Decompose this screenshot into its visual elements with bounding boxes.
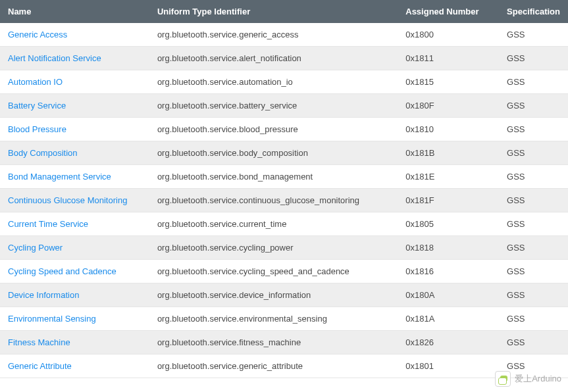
service-name-link[interactable]: Battery Service <box>8 101 66 110</box>
cell-uti: org.bluetooth.service.device_information <box>149 283 398 307</box>
cell-assigned-number: 0x1818 <box>398 236 499 260</box>
table-row: Cycling Speed and Cadenceorg.bluetooth.s… <box>0 260 568 283</box>
cell-assigned-number: 0x1816 <box>398 260 499 283</box>
service-name-link[interactable]: Device Information <box>8 290 79 300</box>
service-name-link[interactable]: Fitness Machine <box>8 337 70 347</box>
table-row: Generic Attributeorg.bluetooth.service.g… <box>0 355 568 378</box>
service-name-link[interactable]: Blood Pressure <box>8 124 66 134</box>
cell-uti: org.bluetooth.service.fitness_machine <box>149 331 398 355</box>
table-row: Battery Serviceorg.bluetooth.service.bat… <box>0 94 568 118</box>
table-row: Blood Pressureorg.bluetooth.service.bloo… <box>0 118 568 141</box>
cell-specification: GSS <box>499 70 568 94</box>
table-row: Automation IOorg.bluetooth.service.autom… <box>0 70 568 94</box>
cell-specification: GSS <box>499 94 568 118</box>
cell-uti: org.bluetooth.service.continuous_glucose… <box>149 189 398 212</box>
cell-specification: GSS <box>499 355 568 378</box>
cell-uti: org.bluetooth.service.bond_management <box>149 165 398 189</box>
cell-uti: org.bluetooth.service.environmental_sens… <box>149 307 398 331</box>
cell-uti: org.bluetooth.service.generic_access <box>149 23 398 47</box>
service-name-link[interactable]: Environmental Sensing <box>8 314 96 324</box>
cell-assigned-number: 0x1811 <box>398 47 499 70</box>
cell-specification: GSS <box>499 260 568 283</box>
service-name-link[interactable]: Cycling Speed and Cadence <box>8 266 116 276</box>
cell-uti: org.bluetooth.service.current_time <box>149 212 398 236</box>
cell-assigned-number: 0x180A <box>398 283 499 307</box>
cell-specification: GSS <box>499 212 568 236</box>
services-table: Name Uniform Type Identifier Assigned Nu… <box>0 0 568 378</box>
cell-assigned-number: 0x181B <box>398 141 499 165</box>
cell-specification: GSS <box>499 23 568 47</box>
table-row: Generic Accessorg.bluetooth.service.gene… <box>0 23 568 47</box>
cell-assigned-number: 0x1801 <box>398 355 499 378</box>
table-row: Current Time Serviceorg.bluetooth.servic… <box>0 212 568 236</box>
cell-uti: org.bluetooth.service.alert_notification <box>149 47 398 70</box>
service-name-link[interactable]: Cycling Power <box>8 243 63 253</box>
cell-specification: GSS <box>499 236 568 260</box>
service-name-link[interactable]: Automation IO <box>8 77 63 87</box>
service-name-link[interactable]: Generic Access <box>8 30 67 39</box>
table-row: Bond Management Serviceorg.bluetooth.ser… <box>0 165 568 189</box>
header-uti: Uniform Type Identifier <box>149 0 398 23</box>
cell-specification: GSS <box>499 307 568 331</box>
table-row: Continuous Glucose Monitoringorg.bluetoo… <box>0 189 568 212</box>
cell-uti: org.bluetooth.service.battery_service <box>149 94 398 118</box>
cell-specification: GSS <box>499 189 568 212</box>
cell-assigned-number: 0x1815 <box>398 70 499 94</box>
cell-uti: org.bluetooth.service.body_composition <box>149 141 398 165</box>
service-name-link[interactable]: Alert Notification Service <box>8 53 101 63</box>
service-name-link[interactable]: Generic Attribute <box>8 361 72 371</box>
header-assigned: Assigned Number <box>398 0 499 23</box>
table-header-row: Name Uniform Type Identifier Assigned Nu… <box>0 0 568 23</box>
cell-specification: GSS <box>499 283 568 307</box>
table-row: Cycling Powerorg.bluetooth.service.cycli… <box>0 236 568 260</box>
cell-specification: GSS <box>499 331 568 355</box>
cell-assigned-number: 0x181F <box>398 189 499 212</box>
table-row: Fitness Machineorg.bluetooth.service.fit… <box>0 331 568 355</box>
service-name-link[interactable]: Bond Management Service <box>8 172 111 182</box>
table-row: Body Compositionorg.bluetooth.service.bo… <box>0 141 568 165</box>
cell-assigned-number: 0x181A <box>398 307 499 331</box>
cell-uti: org.bluetooth.service.automation_io <box>149 70 398 94</box>
cell-specification: GSS <box>499 141 568 165</box>
cell-assigned-number: 0x181E <box>398 165 499 189</box>
cell-uti: org.bluetooth.service.blood_pressure <box>149 118 398 141</box>
table-row: Alert Notification Serviceorg.bluetooth.… <box>0 47 568 70</box>
cell-uti: org.bluetooth.service.generic_attribute <box>149 355 398 378</box>
service-name-link[interactable]: Continuous Glucose Monitoring <box>8 195 127 205</box>
cell-specification: GSS <box>499 47 568 70</box>
cell-assigned-number: 0x1805 <box>398 212 499 236</box>
service-name-link[interactable]: Current Time Service <box>8 219 88 229</box>
cell-assigned-number: 0x1800 <box>398 23 499 47</box>
service-name-link[interactable]: Body Composition <box>8 148 78 158</box>
cell-assigned-number: 0x180F <box>398 94 499 118</box>
header-name: Name <box>0 0 149 23</box>
cell-uti: org.bluetooth.service.cycling_power <box>149 236 398 260</box>
cell-assigned-number: 0x1826 <box>398 331 499 355</box>
cell-specification: GSS <box>499 165 568 189</box>
table-row: Environmental Sensingorg.bluetooth.servi… <box>0 307 568 331</box>
cell-specification: GSS <box>499 118 568 141</box>
header-spec: Specification <box>499 0 568 23</box>
table-row: Device Informationorg.bluetooth.service.… <box>0 283 568 307</box>
cell-uti: org.bluetooth.service.cycling_speed_and_… <box>149 260 398 283</box>
cell-assigned-number: 0x1810 <box>398 118 499 141</box>
